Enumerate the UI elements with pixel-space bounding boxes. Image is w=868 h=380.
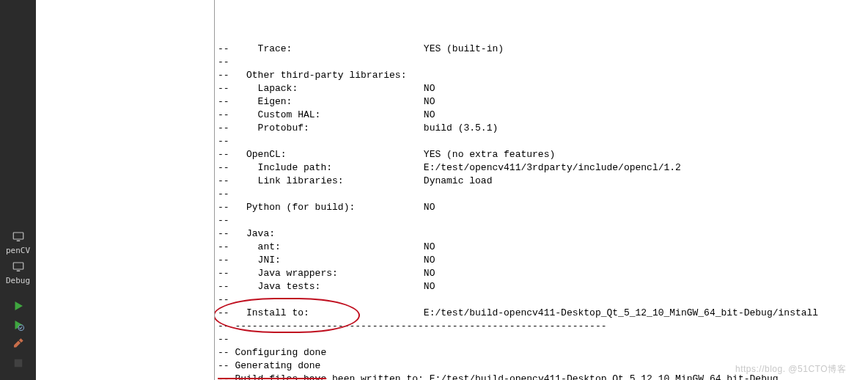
watermark: https://blog. @51CTO博客 [735, 363, 846, 376]
output-line: -- ant: NO [218, 241, 867, 254]
build-button[interactable] [0, 333, 36, 352]
output-line: -- [218, 188, 867, 201]
output-line: -- [218, 293, 867, 307]
svg-rect-8 [14, 359, 22, 368]
output-line: -- Custom HAL: NO [218, 109, 867, 122]
app-root: penCV Debug [0, 0, 868, 380]
svg-rect-0 [13, 233, 23, 239]
play-debug-icon [12, 318, 25, 332]
output-line: -- Link libraries: Dynamic load [218, 175, 867, 188]
left-panel [36, 0, 214, 380]
output-line: -- Install to: E:/test/build-opencv411-D… [218, 307, 867, 320]
output-line: -- Protobuf: build (3.5.1) [218, 122, 867, 135]
hammer-icon [12, 337, 25, 351]
stop-button [0, 352, 36, 371]
svg-rect-2 [13, 263, 23, 269]
monitor-icon [12, 230, 25, 244]
svg-rect-7 [18, 338, 23, 343]
svg-marker-4 [15, 302, 23, 310]
output-line: -- Python (for build): NO [218, 201, 867, 214]
run-button[interactable] [0, 295, 36, 314]
sidebar-build-debug[interactable]: Debug [0, 256, 36, 286]
output-line: -- Configuring done [218, 346, 867, 359]
stop-icon [12, 357, 25, 370]
sidebar-target-opencv[interactable]: penCV [0, 226, 36, 256]
monitor-icon [12, 260, 25, 274]
output-line: -- Other third-party libraries: [218, 69, 867, 82]
sidebar-bottom-section: penCV Debug [0, 226, 36, 371]
output-line: -- OpenCL: YES (no extra features) [218, 148, 867, 161]
output-line: -- [218, 333, 867, 346]
build-output[interactable]: -- Trace: YES (built-in)-- -- Other thir… [215, 0, 868, 380]
sidebar: penCV Debug [0, 0, 36, 380]
output-line: -- -------------------------------------… [218, 320, 867, 333]
main-area: -- Trace: YES (built-in)-- -- Other thir… [36, 0, 868, 380]
output-line: -- [218, 214, 867, 227]
output-line: -- JNI: NO [218, 254, 867, 267]
run-debug-button[interactable] [0, 314, 36, 333]
output-line: -- Java: [218, 227, 867, 241]
output-line: -- [218, 56, 867, 69]
sidebar-target-label: penCV [6, 246, 30, 255]
play-icon [12, 299, 25, 313]
sidebar-build-label: Debug [6, 277, 30, 285]
output-line: -- Trace: YES (built-in) [218, 43, 867, 56]
output-line: -- Java tests: NO [218, 280, 867, 293]
output-line: -- Include path: E:/test/opencv411/3rdpa… [218, 161, 867, 175]
output-line: -- Java wrappers: NO [218, 267, 867, 280]
output-line: -- [218, 135, 867, 148]
output-line: -- Lapack: NO [218, 82, 867, 95]
svg-rect-3 [16, 271, 20, 272]
output-line: -- Eigen: NO [218, 95, 867, 109]
svg-rect-1 [16, 241, 20, 242]
